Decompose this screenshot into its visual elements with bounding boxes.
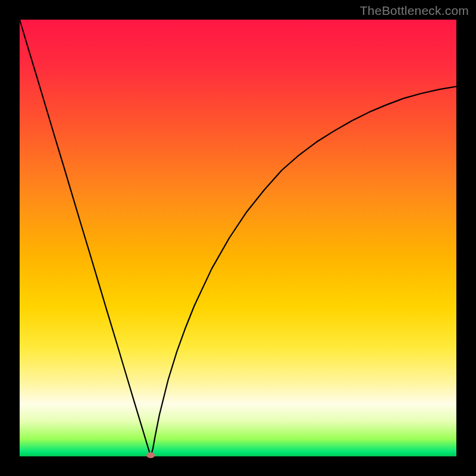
watermark-text: TheBottleneck.com [360,4,469,18]
plot-area [20,20,456,456]
optimum-marker [146,452,155,458]
plot-svg [20,20,456,456]
chart-frame: TheBottleneck.com [0,0,476,476]
bottleneck-curve [20,20,456,456]
